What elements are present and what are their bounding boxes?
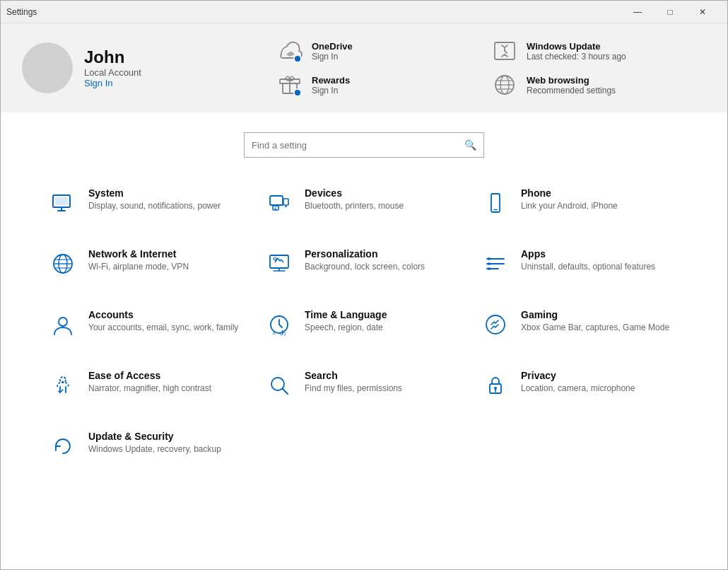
personalization-desc: Background, lock screen, colors [305, 261, 425, 273]
setting-apps[interactable]: Apps Uninstall, defaults, optional featu… [476, 240, 685, 286]
ease-text: Ease of Access Narrator, magnifier, high… [88, 370, 211, 395]
devices-text: Devices Bluetooth, printers, mouse [305, 187, 404, 212]
setting-search[interactable]: Search Find my files, permissions [259, 361, 469, 408]
onedrive-service[interactable]: OneDrive Sign In [276, 37, 491, 64]
web-browsing-sub: Recommended settings [527, 86, 616, 95]
search-box: 🔍 [244, 132, 484, 158]
network-desc: Wi-Fi, airplane mode, VPN [88, 261, 189, 273]
time-icon: A あ [265, 310, 293, 339]
setting-system[interactable]: System Display, sound, notifications, po… [43, 179, 252, 226]
avatar [22, 42, 73, 93]
search-setting-text: Search Find my files, permissions [305, 370, 402, 395]
accounts-desc: Your accounts, email, sync, work, family [88, 322, 238, 334]
setting-phone[interactable]: Phone Link your Android, iPhone [476, 179, 685, 226]
setting-update[interactable]: Update & Security Windows Update, recove… [43, 422, 252, 469]
app-title: Settings [6, 7, 37, 17]
svg-point-18 [285, 206, 286, 207]
windows-update-text: Windows Update Last checked: 3 hours ago [527, 41, 626, 62]
search-setting-desc: Find my files, permissions [305, 383, 402, 395]
privacy-desc: Location, camera, microphone [521, 383, 635, 395]
search-setting-title: Search [305, 370, 402, 381]
rewards-status-dot [293, 88, 302, 97]
onedrive-icon-wrap [276, 37, 303, 64]
web-browsing-title: Web browsing [527, 75, 616, 86]
personalization-icon [265, 250, 293, 278]
windows-update-icon-wrap [491, 37, 518, 64]
ease-icon [49, 371, 77, 400]
windows-update-sub: Last checked: 3 hours ago [527, 52, 626, 62]
profile-account-type: Local Account [84, 67, 141, 78]
update-text: Update & Security Windows Update, recove… [88, 431, 221, 455]
svg-point-38 [486, 315, 505, 334]
apps-text: Apps Uninstall, defaults, optional featu… [521, 248, 655, 273]
gaming-title: Gaming [521, 309, 669, 320]
svg-line-17 [275, 207, 276, 210]
privacy-text: Privacy Location, camera, microphone [521, 370, 635, 395]
ease-title: Ease of Access [88, 370, 211, 381]
svg-line-41 [283, 389, 288, 395]
profile-name: John [84, 47, 141, 67]
windows-update-service[interactable]: Windows Update Last checked: 3 hours ago [491, 37, 706, 64]
web-browsing-service[interactable]: Web browsing Recommended settings [491, 71, 706, 98]
svg-rect-33 [488, 267, 491, 270]
setting-devices[interactable]: Devices Bluetooth, printers, mouse [259, 179, 469, 226]
update-title: Update & Security [88, 431, 221, 442]
setting-network[interactable]: Network & Internet Wi-Fi, airplane mode,… [43, 240, 252, 286]
personalization-text: Personalization Background, lock screen,… [305, 248, 425, 273]
web-browsing-icon [492, 72, 517, 98]
setting-time[interactable]: A あ Time & Language Speech, region, date [259, 301, 469, 347]
maximize-button[interactable]: □ [654, 1, 686, 23]
setting-ease[interactable]: Ease of Access Narrator, magnifier, high… [43, 361, 252, 408]
network-text: Network & Internet Wi-Fi, airplane mode,… [88, 248, 189, 273]
devices-desc: Bluetooth, printers, mouse [305, 200, 404, 212]
personalization-title: Personalization [305, 248, 425, 260]
phone-icon [481, 189, 510, 217]
svg-rect-16 [283, 199, 288, 205]
rewards-title: Rewards [312, 75, 350, 86]
settings-grid: System Display, sound, notifications, po… [1, 172, 727, 476]
search-icon: 🔍 [464, 139, 476, 151]
rewards-service[interactable]: Rewards Sign In [276, 71, 491, 98]
accounts-text: Accounts Your accounts, email, sync, wor… [88, 309, 238, 334]
time-text: Time & Language Speech, region, date [305, 309, 387, 334]
apps-desc: Uninstall, defaults, optional features [521, 261, 655, 273]
svg-text:A: A [272, 330, 276, 336]
privacy-icon [481, 371, 510, 400]
setting-accounts[interactable]: Accounts Your accounts, email, sync, wor… [43, 301, 252, 347]
phone-title: Phone [521, 187, 618, 199]
accounts-title: Accounts [88, 309, 238, 320]
search-setting-icon [265, 371, 293, 400]
search-section: 🔍 [1, 112, 727, 172]
title-bar: Settings — □ ✕ [1, 1, 727, 23]
network-title: Network & Internet [88, 248, 189, 260]
profile-signin-link[interactable]: Sign In [84, 78, 141, 88]
windows-update-title: Windows Update [527, 41, 626, 52]
svg-point-34 [59, 318, 67, 326]
window-controls: — □ ✕ [621, 1, 719, 23]
setting-gaming[interactable]: Gaming Xbox Game Bar, captures, Game Mod… [476, 301, 685, 347]
setting-privacy[interactable]: Privacy Location, camera, microphone [476, 361, 685, 408]
svg-rect-31 [488, 257, 491, 260]
gaming-text: Gaming Xbox Game Bar, captures, Game Mod… [521, 309, 669, 334]
windows-update-icon [492, 38, 517, 64]
privacy-title: Privacy [521, 370, 635, 381]
rewards-text: Rewards Sign In [312, 75, 350, 95]
setting-personalization[interactable]: Personalization Background, lock screen,… [259, 240, 469, 286]
svg-rect-26 [270, 255, 288, 268]
devices-title: Devices [305, 187, 404, 199]
gaming-icon [481, 310, 510, 339]
network-icon [49, 250, 77, 278]
svg-rect-14 [270, 196, 283, 205]
time-title: Time & Language [305, 309, 387, 320]
apps-icon [481, 250, 510, 278]
time-desc: Speech, region, date [305, 322, 387, 334]
header-services: OneDrive Sign In Rewards Sig [276, 37, 706, 98]
search-input[interactable] [252, 140, 464, 151]
minimize-button[interactable]: — [621, 1, 654, 23]
close-button[interactable]: ✕ [686, 1, 719, 23]
profile-info: John Local Account Sign In [84, 47, 141, 88]
ease-desc: Narrator, magnifier, high contrast [88, 383, 211, 395]
onedrive-text: OneDrive Sign In [312, 41, 353, 62]
web-browsing-text: Web browsing Recommended settings [527, 75, 616, 95]
system-text: System Display, sound, notifications, po… [88, 187, 221, 212]
